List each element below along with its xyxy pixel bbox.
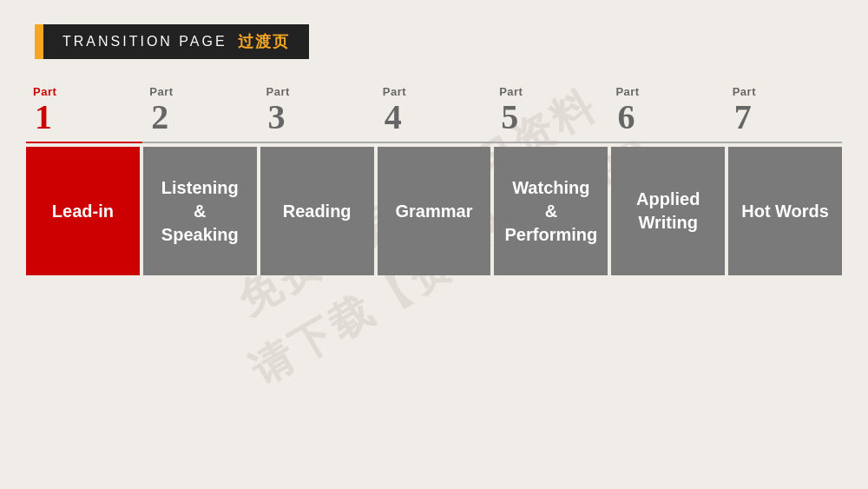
card-label-7: Hot Words	[741, 200, 829, 223]
part-label-3: Part	[265, 85, 290, 98]
header-accent-bar	[35, 24, 43, 59]
part-number-2: 2	[148, 100, 168, 138]
divider-5	[492, 142, 608, 143]
card-label-3: Reading	[283, 200, 352, 223]
header-title-cn: 过渡页	[238, 31, 290, 52]
divider-6	[608, 142, 725, 143]
part-number-7: 7	[731, 100, 752, 138]
part-label-4: Part	[381, 85, 406, 98]
divider-row	[26, 142, 842, 143]
part-header-5: Part 5	[492, 85, 608, 142]
part-number-4: 4	[381, 100, 402, 138]
divider-4	[376, 142, 492, 143]
part-number-1: 1	[31, 100, 52, 138]
part-label-6: Part	[614, 85, 639, 98]
cards-row: Lead-in Listening&Speaking Reading Gramm…	[26, 147, 842, 275]
card-6[interactable]: AppliedWriting	[611, 147, 725, 275]
main-content: Part 1 Part 2 Part 3 Part 4 Part 5 Part …	[0, 59, 868, 275]
card-5[interactable]: Watching&Performing	[494, 147, 608, 275]
part-header-4: Part 4	[376, 85, 492, 142]
part-label-1: Part	[31, 85, 56, 98]
card-1[interactable]: Lead-in	[26, 147, 140, 275]
parts-and-cards: Part 1 Part 2 Part 3 Part 4 Part 5 Part …	[26, 85, 842, 275]
divider-1	[26, 142, 142, 143]
divider-2	[142, 142, 259, 143]
card-3[interactable]: Reading	[260, 147, 374, 275]
parts-header-row: Part 1 Part 2 Part 3 Part 4 Part 5 Part …	[26, 85, 842, 142]
part-header-1: Part 1	[26, 85, 142, 142]
part-header-7: Part 7	[726, 85, 842, 142]
part-header-3: Part 3	[260, 85, 376, 142]
part-header-2: Part 2	[142, 85, 259, 142]
card-label-5: Watching&Performing	[505, 176, 598, 247]
part-label-2: Part	[148, 85, 173, 98]
part-number-6: 6	[614, 100, 635, 138]
divider-3	[260, 142, 376, 143]
part-label-5: Part	[497, 85, 523, 98]
card-label-1: Lead-in	[52, 200, 114, 223]
divider-7	[726, 142, 842, 143]
card-4[interactable]: Grammar	[378, 147, 491, 275]
header-title-box: TRANSITION PAGE 过渡页	[43, 24, 309, 59]
part-label-7: Part	[731, 85, 756, 98]
part-number-3: 3	[265, 100, 286, 138]
card-label-4: Grammar	[396, 200, 473, 223]
card-label-6: AppliedWriting	[636, 188, 700, 235]
part-number-5: 5	[497, 100, 518, 138]
part-header-6: Part 6	[608, 85, 725, 142]
header: TRANSITION PAGE 过渡页	[0, 0, 868, 59]
header-title-en: TRANSITION PAGE	[62, 34, 227, 50]
card-7[interactable]: Hot Words	[728, 147, 842, 275]
card-label-2: Listening&Speaking	[161, 176, 239, 247]
card-2[interactable]: Listening&Speaking	[143, 147, 257, 275]
